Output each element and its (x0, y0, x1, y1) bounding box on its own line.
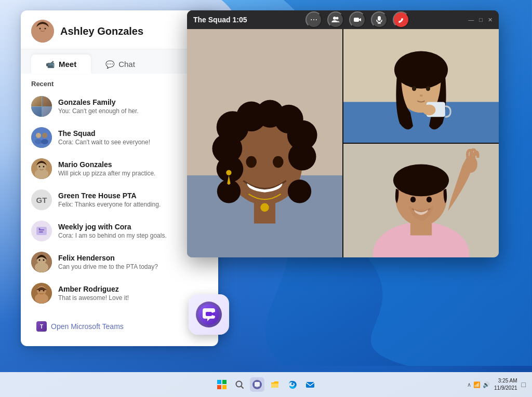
edge-browser-button[interactable] (285, 377, 300, 392)
chat-item-weekly-jog[interactable]: Weekly jog with Cora Cora: I am so behin… (25, 215, 214, 247)
svg-point-55 (217, 156, 244, 183)
taskbar-clock: 3:25 AM 11/9/2021 (494, 377, 517, 392)
window-controls: — □ ✕ (468, 17, 493, 23)
avatar-weekly-jog (31, 221, 52, 241)
svg-point-59 (273, 156, 284, 168)
svg-point-20 (39, 259, 41, 261)
svg-point-42 (423, 105, 436, 116)
video-call-window: The Squad 1:05 ⋯ (187, 10, 499, 257)
svg-point-19 (35, 262, 48, 272)
avatar-mario-gonzales (31, 158, 52, 179)
user-avatar (31, 20, 54, 43)
svg-point-37 (394, 51, 448, 88)
people-button[interactable] (327, 11, 344, 28)
tab-chat[interactable]: 💬 Chat (91, 54, 150, 74)
file-explorer-button[interactable] (268, 377, 282, 392)
svg-point-28 (336, 17, 339, 20)
avatar-felix-henderson (31, 252, 52, 272)
chat-content-amber-rodriguez: Amber Rodriguez That is awesome! Love it… (58, 285, 208, 302)
video-titlebar: The Squad 1:05 ⋯ (187, 10, 499, 29)
user-name: Ashley Gonzales (60, 25, 143, 37)
svg-point-67 (393, 164, 449, 196)
svg-point-27 (333, 17, 336, 20)
chat-item-mario-gonzales[interactable]: Mario Gonzales Will pick up pizza after … (25, 153, 214, 184)
svg-point-14 (43, 166, 45, 168)
svg-rect-73 (222, 380, 227, 384)
more-options-button[interactable]: ⋯ (305, 11, 322, 28)
chat-item-felix-henderson[interactable]: Felix Henderson Can you drive me to the … (25, 247, 214, 278)
svg-point-4 (45, 28, 46, 30)
chat-content-weekly-jog: Weekly jog with Cora Cora: I am so behin… (58, 223, 208, 239)
avatar-amber-rodriguez (31, 283, 52, 304)
chat-content-felix-henderson: Felix Henderson Can you drive me to the … (58, 254, 208, 270)
start-button[interactable] (215, 377, 229, 392)
svg-point-25 (39, 290, 41, 292)
video-participant-top-right (187, 29, 342, 257)
svg-point-7 (42, 133, 47, 138)
svg-point-54 (288, 143, 316, 171)
chat-item-gonzales-family[interactable]: Gonzales Family You: Can't get enough of… (25, 91, 214, 122)
svg-point-13 (39, 166, 41, 168)
chat-item-amber-rodriguez[interactable]: Amber Rodriguez That is awesome! Love it… (25, 278, 214, 309)
avatar-green-tree-pta: GT (31, 189, 52, 210)
svg-point-69 (427, 197, 432, 202)
chat-icon: 💬 (105, 60, 114, 69)
svg-point-68 (410, 197, 416, 202)
svg-rect-72 (217, 380, 221, 384)
svg-point-8 (35, 139, 42, 144)
svg-point-21 (43, 259, 45, 261)
svg-point-57 (288, 180, 311, 203)
teams-logo-icon: T (36, 321, 47, 332)
taskbar: ∧ 📶 🔊 3:25 AM 11/9/2021 □ (0, 372, 532, 397)
search-button[interactable] (232, 377, 247, 392)
svg-point-60 (226, 170, 231, 175)
svg-point-3 (39, 28, 41, 30)
close-button[interactable]: ✕ (488, 17, 493, 23)
svg-point-26 (43, 290, 45, 292)
avatar-the-squad (31, 127, 52, 148)
svg-point-40 (419, 94, 422, 97)
end-call-button[interactable] (393, 11, 409, 28)
chat-content-the-squad: The Squad Cora: Can't wait to see everyo… (58, 129, 208, 146)
svg-point-2 (34, 28, 51, 43)
svg-point-58 (246, 156, 257, 168)
mic-button[interactable] (371, 11, 388, 28)
svg-rect-30 (378, 16, 381, 21)
taskbar-icons (215, 377, 317, 392)
system-tray: ∧ 📶 🔊 (467, 381, 490, 388)
svg-point-39 (426, 86, 430, 91)
notification-button[interactable]: □ (522, 380, 526, 389)
chat-content-gonzales-family: Gonzales Family You: Can't get enough of… (58, 98, 208, 115)
tab-meet[interactable]: 📹 Meet (31, 54, 91, 74)
svg-point-64 (464, 156, 477, 173)
taskbar-right: ∧ 📶 🔊 3:25 AM 11/9/2021 □ (467, 377, 526, 392)
video-participant-bottom-left (343, 144, 499, 257)
camera-button[interactable] (349, 11, 366, 28)
svg-point-38 (412, 86, 416, 91)
svg-rect-79 (306, 382, 314, 388)
open-teams-button[interactable]: T Open Microsoft Teams (31, 316, 129, 337)
mail-button[interactable] (303, 377, 317, 392)
maximize-button[interactable]: □ (479, 17, 483, 23)
svg-point-16 (39, 228, 41, 230)
teams-app-icon-inner (196, 302, 222, 327)
chat-item-the-squad[interactable]: The Squad Cora: Can't wait to see everyo… (25, 122, 214, 153)
minimize-button[interactable]: — (468, 17, 474, 23)
svg-point-5 (31, 127, 52, 148)
avatar-gonzales-family (31, 96, 52, 117)
video-controls: ⋯ (305, 11, 409, 28)
chat-content-green-tree-pta: Green Tree House PTA Felix: Thanks every… (58, 191, 208, 208)
svg-rect-78 (271, 384, 278, 388)
svg-rect-71 (206, 312, 212, 316)
teams-taskbar-button[interactable] (250, 377, 264, 392)
teams-app-icon[interactable] (189, 294, 229, 335)
video-grid (187, 29, 499, 257)
svg-point-61 (260, 203, 269, 211)
svg-point-9 (41, 139, 48, 144)
svg-rect-74 (217, 385, 221, 389)
svg-rect-15 (36, 227, 47, 235)
video-call-title: The Squad 1:05 (193, 16, 247, 24)
chat-content-mario-gonzales: Mario Gonzales Will pick up pizza after … (58, 160, 208, 177)
svg-rect-75 (222, 385, 227, 389)
chat-item-green-tree-pta[interactable]: GT Green Tree House PTA Felix: Thanks ev… (25, 184, 214, 215)
